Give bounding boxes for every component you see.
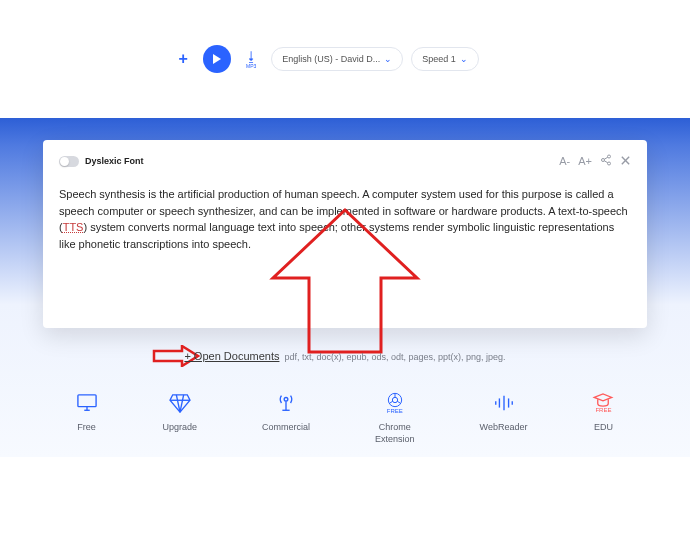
feature-webreader-label: WebReader [480,422,528,434]
chrome-icon: FREE [385,392,405,414]
chrome-free-badge: FREE [387,408,403,414]
open-documents-extensions: pdf, txt, doc(x), epub, ods, odt, pages,… [284,352,505,362]
speed-label: Speed 1 [422,54,456,64]
font-increase-button[interactable]: A+ [578,155,592,167]
open-documents-link[interactable]: + Open Documents [184,350,279,362]
download-icon: ⭳ [245,50,258,63]
edu-free-badge: FREE [595,407,611,413]
svg-line-16 [389,401,392,403]
svg-point-10 [284,398,288,402]
feature-free-label: Free [77,422,96,434]
feature-upgrade-label: Upgrade [163,422,198,434]
footer-whitespace [0,457,690,539]
mp3-label: MP3 [246,63,256,69]
svg-point-1 [602,159,605,162]
share-icon[interactable] [600,154,612,168]
dyslexic-font-toggle[interactable] [59,156,79,167]
feature-icons-row: Free Upgrade Commercial FREE Chrome Exte… [43,392,647,445]
svg-rect-7 [77,395,95,407]
feature-free[interactable]: Free [76,392,98,445]
dyslexic-font-label: Dyslexic Font [85,156,144,166]
feature-chrome-label: Chrome Extension [375,422,415,445]
tts-link[interactable]: TTS [63,221,84,233]
svg-line-17 [397,401,400,403]
feature-webreader[interactable]: WebReader [480,392,528,445]
svg-point-14 [392,397,397,402]
diamond-icon [169,392,191,414]
broadcast-icon [275,392,297,414]
svg-line-4 [604,161,608,163]
graduation-icon: FREE [592,392,614,414]
feature-commercial-label: Commercial [262,422,310,434]
feature-commercial[interactable]: Commercial [262,392,310,445]
play-button[interactable] [203,45,231,73]
feature-chrome-extension[interactable]: FREE Chrome Extension [375,392,415,445]
voice-label: English (US) - David D... [282,54,380,64]
body-text-after: ) system converts normal language text i… [59,221,614,250]
feature-upgrade[interactable]: Upgrade [163,392,198,445]
speech-text[interactable]: Speech synthesis is the artificial produ… [59,186,631,252]
voice-selector[interactable]: English (US) - David D... ⌄ [271,47,403,71]
svg-point-0 [608,155,611,158]
feature-edu-label: EDU [594,422,613,434]
add-button[interactable]: + [171,47,195,71]
download-mp3-button[interactable]: ⭳ MP3 [239,47,263,71]
play-icon [212,53,222,65]
font-decrease-button[interactable]: A- [559,155,570,167]
chevron-down-icon: ⌄ [384,54,392,64]
speed-selector[interactable]: Speed 1 ⌄ [411,47,479,71]
text-card: Dyslexic Font A- A+ Speech synthesis is … [43,140,647,328]
svg-line-3 [604,157,608,159]
close-icon[interactable] [620,155,631,168]
monitor-icon [76,392,98,414]
feature-edu[interactable]: FREE EDU [592,392,614,445]
svg-point-2 [608,162,611,165]
soundwave-icon [493,392,515,414]
chevron-down-icon: ⌄ [460,54,468,64]
